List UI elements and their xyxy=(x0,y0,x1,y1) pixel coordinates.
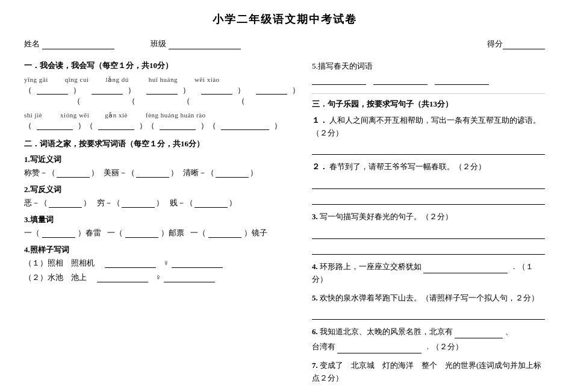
char-row-2: （ ）（ ）（ ）（ ） xyxy=(24,120,300,131)
section2: 二．词语之家，按要求写词语（每空１分，共16分） 1.写近义词 称赞－（ ） 美… xyxy=(24,138,300,283)
q3-answer-2[interactable] xyxy=(312,243,545,255)
q3-answer[interactable] xyxy=(312,227,545,239)
score-field: 得分 xyxy=(487,39,545,49)
spring-blank-3[interactable] xyxy=(435,75,489,85)
q6-text2: 台湾有 ．（２分） xyxy=(312,341,545,353)
q5-text: 5. 欢快的泉水弹着琴跑下山去。（请照样子写一个拟人句，２分） xyxy=(312,292,545,305)
measure-line: 一（ ）春雷 一（ ）邮票 一（ ）镜子 xyxy=(24,228,300,238)
blank-1a[interactable] xyxy=(37,85,68,95)
q6-text: 6. 我知道北京、太晚的风景名胜，北京有 、 xyxy=(312,326,545,338)
q1-answer[interactable] xyxy=(312,143,545,155)
class-underline[interactable] xyxy=(169,40,241,49)
q2-answer-1[interactable] xyxy=(312,177,545,189)
q6: 6. 我知道北京、太晚的风景名胜，北京有 、 台湾有 ．（２分） xyxy=(312,326,545,353)
right-column: 5.描写春天的词语 三．句子乐园，按要求写句子（共13分） １． 人和人之间离不… xyxy=(312,60,545,392)
blank-1d[interactable] xyxy=(201,85,232,95)
antonyms-title: 2.写反义词 xyxy=(24,184,300,195)
sw-blank-1b[interactable] xyxy=(172,258,223,268)
page-title: 小学二年级语文期中考试卷 xyxy=(24,12,545,26)
section4-title: 三．句子乐园，按要求写句子（共13分） xyxy=(312,99,545,110)
section-sentences: 三．句子乐园，按要求写句子（共13分） １． 人和人之间离不开互相帮助，写出一条… xyxy=(312,99,545,392)
left-column: 一．我会读，我会写（每空１分，共10分） yīng gāi qīng cuì l… xyxy=(24,60,300,392)
q4-text: 4. 环形路上，一座座立交桥犹如 ．（１分） xyxy=(312,261,545,286)
main-content: 一．我会读，我会写（每空１分，共10分） yīng gāi qīng cuì l… xyxy=(24,60,545,392)
name-field: 姓名 xyxy=(24,39,114,49)
syn-blank-1[interactable] xyxy=(57,168,90,178)
mw-blank-3[interactable] xyxy=(208,228,241,238)
syn-blank-3[interactable] xyxy=(216,168,249,178)
section2-title: 二．词语之家，按要求写词语（每空１分，共16分） xyxy=(24,138,300,149)
measure-title: 3.填量词 xyxy=(24,214,300,225)
name-label: 姓名 xyxy=(24,39,40,49)
sample-line-2: （２）水池 池上 ♀ xyxy=(24,272,300,283)
q6-blank-1[interactable] xyxy=(455,329,503,338)
q3: 3. 写一句描写美好春光的句子。（２分） xyxy=(312,211,545,255)
q7-answer[interactable] xyxy=(312,388,545,392)
q1: １． 人和人之间离不开互相帮助，写出一条有关互帮互助的谚语。（２分） xyxy=(312,114,545,155)
pinyin-group-2: shì jiè xióng wēi gǎn xiè fèng huáng huá… xyxy=(24,111,300,131)
class-field: 班级 xyxy=(151,39,241,49)
synonyms-line: 称赞－（ ） 美丽－（ ） 清晰－（ ） xyxy=(24,167,300,178)
synonyms-section: 1.写近义词 称赞－（ ） 美丽－（ ） 清晰－（ ） xyxy=(24,154,300,178)
section-spring-words: 5.描写春天的词语 xyxy=(312,60,545,85)
q4-blank[interactable] xyxy=(423,264,508,273)
q2: ２． 春节到了，请帮王爷爷写一幅春联。（２分） xyxy=(312,161,545,205)
ant-blank-1[interactable] xyxy=(49,198,82,208)
blank-2d[interactable] xyxy=(221,120,269,130)
spring-blank-1[interactable] xyxy=(312,75,366,85)
header-row: 姓名 班级 得分 xyxy=(24,39,545,49)
synonyms-title: 1.写近义词 xyxy=(24,154,300,165)
blank-2c[interactable] xyxy=(160,120,196,130)
antonyms-line: 恶－（ ） 穷－（ ） 贱－（ ） xyxy=(24,198,300,208)
q5-answer[interactable] xyxy=(312,308,545,320)
pinyin-group-1: yīng gāi qīng cuì lǎng dú huī huáng wēi … xyxy=(24,76,300,107)
sample-line-1: （１）照相 照相机 ♀ xyxy=(24,258,300,269)
name-underline[interactable] xyxy=(42,40,114,49)
section1: 一．我会读，我会写（每空１分，共10分） yīng gāi qīng cuì l… xyxy=(24,60,300,131)
q5: 5. 欢快的泉水弹着琴跑下山去。（请照样子写一个拟人句，２分） xyxy=(312,292,545,320)
ant-blank-2[interactable] xyxy=(122,198,155,208)
pinyin-row-2: shì jiè xióng wēi gǎn xiè fèng huáng huá… xyxy=(24,111,300,119)
q6-blank-2[interactable] xyxy=(337,344,421,353)
char-row-1: （ ）（ ）（ ）（ ）（ ） xyxy=(24,85,300,107)
sw-blank-1a[interactable] xyxy=(105,258,156,268)
q1-text: １． 人和人之间离不开互相帮助，写出一条有关互帮互助的谚语。（２分） xyxy=(312,114,545,140)
blank-1b[interactable] xyxy=(92,85,123,95)
q7-text: 7. 变成了 北京城 灯的海洋 整个 光的世界(连词成句并加上标点２分） xyxy=(312,359,545,385)
score-underline[interactable] xyxy=(503,40,545,49)
pinyin-row-1: yīng gāi qīng cuì lǎng dú huī huáng wēi … xyxy=(24,76,300,84)
measure-section: 3.填量词 一（ ）春雷 一（ ）邮票 一（ ）镜子 xyxy=(24,214,300,238)
ant-blank-3[interactable] xyxy=(194,198,228,208)
score-label: 得分 xyxy=(487,39,503,49)
spring-words-title: 5.描写春天的词语 xyxy=(312,60,545,73)
class-label: 班级 xyxy=(151,39,166,49)
mw-blank-2[interactable] xyxy=(125,228,158,238)
spring-blanks xyxy=(312,75,545,85)
q2-text: ２． 春节到了，请帮王爷爷写一幅春联。（２分） xyxy=(312,161,545,173)
blank-1c[interactable] xyxy=(146,85,178,95)
q2-answer-2[interactable] xyxy=(312,193,545,205)
q4: 4. 环形路上，一座座立交桥犹如 ．（１分） xyxy=(312,261,545,286)
q7: 7. 变成了 北京城 灯的海洋 整个 光的世界(连词成句并加上标点２分） xyxy=(312,359,545,392)
blank-2b[interactable] xyxy=(98,120,134,130)
sample-write-section: 4.照样子写词 （１）照相 照相机 ♀ （２）水池 池上 ♀ xyxy=(24,244,300,283)
section1-title: 一．我会读，我会写（每空１分，共10分） xyxy=(24,60,300,71)
blank-2a[interactable] xyxy=(37,120,73,130)
mw-blank-1[interactable] xyxy=(42,228,75,238)
sample-write-title: 4.照样子写词 xyxy=(24,244,300,255)
syn-blank-2[interactable] xyxy=(136,168,169,178)
blank-1e[interactable] xyxy=(256,85,287,95)
antonyms-section: 2.写反义词 恶－（ ） 穷－（ ） 贱－（ ） xyxy=(24,184,300,208)
q3-text: 3. 写一句描写美好春光的句子。（２分） xyxy=(312,211,545,223)
spring-blank-2[interactable] xyxy=(373,75,428,85)
divider-1 xyxy=(312,93,545,94)
sw-blank-2b[interactable] xyxy=(164,273,215,282)
sw-blank-2a[interactable] xyxy=(97,273,148,282)
